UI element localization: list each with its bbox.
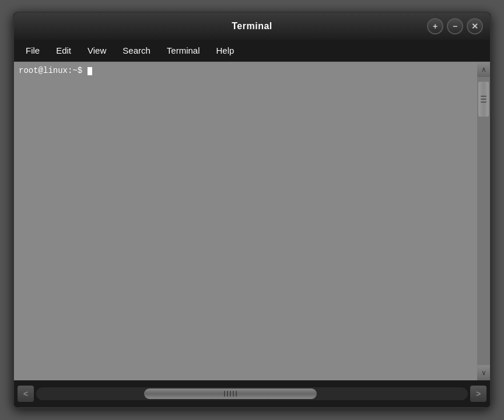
main-area: root@linux:~$ ∧ ∨ [14,62,490,380]
window-title: Terminal [232,21,272,32]
vertical-scrollbar: ∧ ∨ [477,62,490,380]
window-controls: + − ✕ [427,18,483,34]
thumb-line-1 [481,96,487,97]
horizontal-scroll-track[interactable] [36,387,468,400]
scroll-down-arrow[interactable]: ∨ [477,365,490,380]
menu-view[interactable]: View [80,43,113,58]
add-tab-button[interactable]: + [427,18,443,34]
minimize-button[interactable]: − [447,18,463,34]
menu-edit[interactable]: Edit [49,43,78,58]
vertical-scroll-track[interactable] [477,77,490,365]
scroll-right-arrow[interactable]: > [470,386,487,402]
terminal-cursor [88,67,92,75]
horizontal-scroll-thumb[interactable] [144,388,317,399]
scroll-thumb-grip [481,96,487,103]
h-thumb-line-4 [233,391,234,397]
h-thumb-line-3 [230,391,231,397]
h-thumb-line-2 [227,391,228,397]
close-button[interactable]: ✕ [467,18,483,34]
menu-bar: File Edit View Search Terminal Help [14,40,490,62]
scroll-left-arrow[interactable]: < [18,386,34,402]
h-thumb-line-5 [236,391,237,397]
terminal-content[interactable]: root@linux:~$ [14,62,477,380]
title-bar: Terminal + − ✕ [14,13,490,40]
thumb-line-3 [481,102,487,103]
scroll-up-arrow[interactable]: ∧ [477,62,490,77]
vertical-scroll-thumb[interactable] [478,82,489,117]
thumb-line-2 [481,99,487,100]
menu-terminal[interactable]: Terminal [160,43,207,58]
terminal-prompt-line: root@linux:~$ [19,65,473,77]
terminal-window: Terminal + − ✕ File Edit View Search Ter… [13,12,491,408]
terminal-prompt: root@linux:~$ [19,66,82,75]
menu-file[interactable]: File [19,43,47,58]
bottom-area: < > [14,380,490,407]
menu-search[interactable]: Search [116,43,158,58]
h-thumb-line-1 [224,391,225,397]
menu-help[interactable]: Help [209,43,242,58]
